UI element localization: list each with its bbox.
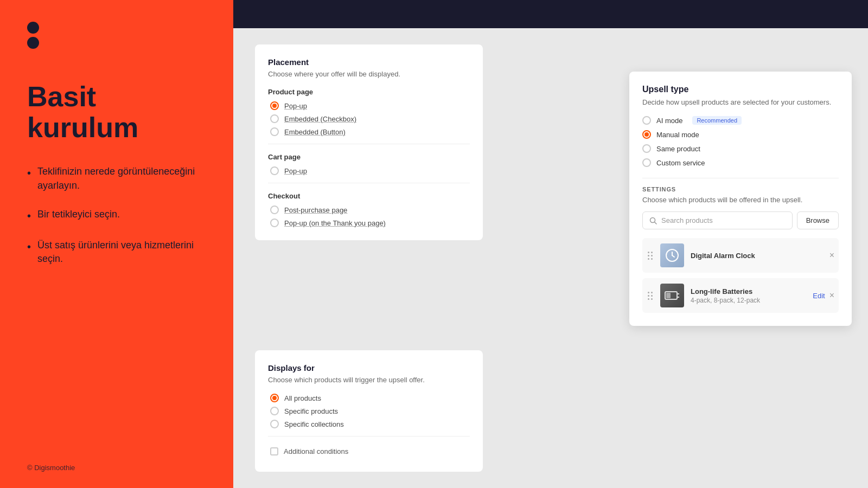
divider-1 [268,144,470,144]
drag-dot [651,258,653,260]
additional-conditions[interactable]: Additional conditions [268,444,470,459]
option-post-purchase[interactable]: Post-purchase page [270,206,470,214]
drag-dot [648,252,649,253]
logo-dot-bottom [27,37,39,49]
drag-dot [648,298,649,300]
product-info-clock: Digital Alarm Clock [691,252,823,260]
placement-subtitle: Choose where your offer will be displaye… [268,70,470,78]
specific-collections-label: Specific collections [284,420,344,428]
product-image-clock [660,243,684,267]
option-custom-service[interactable]: Custom service [642,158,839,167]
radio-specific-collections[interactable] [270,420,279,428]
radio-cart-popup[interactable] [270,166,279,175]
upsell-type-options: AI mode Recommended Manual mode Same pro… [642,116,839,167]
radio-specific-products[interactable] [270,407,279,415]
radio-embedded-button[interactable] [270,127,279,136]
specific-products-label: Specific products [284,407,338,415]
placement-card: Placement Choose where your offer will b… [255,44,483,240]
radio-popup[interactable] [270,101,279,110]
drag-dot [648,295,649,297]
radio-manual-mode[interactable] [642,130,651,139]
embedded-button-label: Embedded (Button) [284,128,346,136]
bullet-list: Teklifinizin nerede görüntüleneceğini ay… [27,165,206,266]
clock-icon [665,248,680,263]
radio-ai-mode[interactable] [642,116,651,125]
radio-same-product[interactable] [642,144,651,153]
remove-battery-button[interactable]: × [829,291,834,300]
additional-conditions-checkbox[interactable] [270,447,278,455]
svg-line-4 [672,255,674,257]
drag-dot [648,258,649,260]
product-name-battery: Long-life Batteries [691,287,806,296]
product-item-battery: Long-life Batteries 4-pack, 8-pack, 12-p… [642,278,839,313]
product-name-clock: Digital Alarm Clock [691,252,823,260]
option-embedded-checkbox[interactable]: Embedded (Checkbox) [270,114,470,123]
top-bar [233,0,868,28]
cart-page-options: Pop-up [268,166,470,175]
option-manual-mode[interactable]: Manual mode [642,130,839,139]
drag-dot [651,298,653,300]
displays-for-options: All products Specific products Specific … [268,394,470,428]
search-row: Search products Browse [642,211,839,229]
drag-dot [651,252,653,253]
divider-2 [268,183,470,183]
popup-thankyou-label: Pop-up (on the Thank you page) [284,219,386,227]
upsell-title: Upsell type [642,85,839,94]
checkout-label: Checkout [268,192,470,200]
option-popup-thankyou[interactable]: Pop-up (on the Thank you page) [270,219,470,227]
drag-dot [651,295,653,297]
settings-section-label: SETTINGS [642,186,839,192]
drag-dot [648,292,649,293]
drag-handle-clock[interactable] [647,251,654,261]
option-ai-mode[interactable]: AI mode Recommended [642,116,839,125]
left-panel: Basit kurulum Teklifinizin nerede görünt… [0,0,233,488]
drag-dot [651,255,653,256]
option-embedded-button[interactable]: Embedded (Button) [270,127,470,136]
drag-dot [651,292,653,293]
search-box[interactable]: Search products [642,211,793,229]
search-icon [649,217,657,224]
drag-handle-battery[interactable] [647,291,654,301]
main-title: Basit kurulum [27,81,206,143]
cart-page-label: Cart page [268,153,470,161]
radio-all-products[interactable] [270,394,279,402]
logo [27,22,206,49]
radio-popup-thankyou[interactable] [270,219,279,227]
ai-mode-label: AI mode [656,117,682,125]
radio-post-purchase[interactable] [270,206,279,214]
divider-3 [268,436,470,436]
remove-clock-button[interactable]: × [829,251,834,260]
product-actions-battery: Edit × [813,291,834,300]
option-specific-collections[interactable]: Specific collections [270,420,470,428]
bullet-item-2: Bir tetikleyici seçin. [27,208,206,223]
recommended-badge: Recommended [692,116,742,125]
displays-for-card: Displays for Choose which products will … [255,350,483,472]
radio-embedded-checkbox[interactable] [270,114,279,123]
popup-label: Pop-up [284,102,307,110]
svg-line-1 [655,222,657,224]
option-cart-popup[interactable]: Pop-up [270,166,470,175]
checkout-options: Post-purchase page Pop-up (on the Thank … [268,206,470,227]
product-page-options: Pop-up Embedded (Checkbox) Embedded (But… [268,101,470,136]
manual-mode-label: Manual mode [656,131,699,139]
displays-for-subtitle: Choose which products will trigger the u… [268,376,470,384]
battery-icon [665,290,680,301]
radio-custom-service[interactable] [642,158,651,167]
all-products-label: All products [284,394,321,402]
option-specific-products[interactable]: Specific products [270,407,470,415]
product-item-clock: Digital Alarm Clock × [642,238,839,273]
edit-battery-link[interactable]: Edit [813,292,825,300]
cart-popup-label: Pop-up [284,167,307,175]
divider-4 [642,178,839,178]
content-area: Placement Choose where your offer will b… [233,28,868,488]
post-purchase-label: Post-purchase page [284,206,347,214]
option-all-products[interactable]: All products [270,394,470,402]
upsell-panel: Upsell type Decide how upsell products a… [629,72,852,326]
copyright: © Digismoothie [27,464,75,472]
option-popup[interactable]: Pop-up [270,101,470,110]
option-same-product[interactable]: Same product [642,144,839,153]
browse-button[interactable]: Browse [797,211,839,229]
same-product-label: Same product [656,145,700,153]
placement-title: Placement [268,57,470,67]
logo-dot-top [27,22,39,34]
